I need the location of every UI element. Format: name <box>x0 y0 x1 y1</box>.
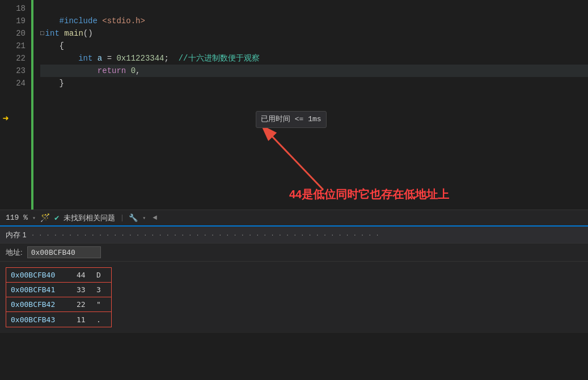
tooltip-popup: 已用时间 <= 1ms <box>256 111 327 128</box>
line-num-24: 24 <box>0 77 26 89</box>
filter-dropdown[interactable]: ▾ <box>142 215 146 221</box>
code-content: #include <stdio.h> □int main() { int a =… <box>35 0 588 210</box>
editor-area: 18 19 20 21 22 23 24 #include <stdio.h> … <box>0 0 588 210</box>
code-line-22: int a = 0x11223344; //十六进制数便于观察 <box>40 52 588 65</box>
annotation-area: 44是低位同时它也存在低地址上 <box>278 187 449 208</box>
code-line-19: #include <stdio.h> <box>40 15 588 27</box>
status-separator: | <box>120 214 124 222</box>
table-row: 0x00BCFB41 33 3 <box>6 283 111 297</box>
mem-char-1: 3 <box>94 285 111 294</box>
mem-hex-0: 44 <box>74 271 94 279</box>
no-issues-label: 未找到相关问题 <box>64 213 115 223</box>
mem-addr-3: 0x00BCFB43 <box>6 315 74 324</box>
memory-table-area: 0x00BCFB40 44 D 0x00BCFB41 33 3 0x00BCFB… <box>0 262 588 333</box>
memory-panel-header: 内存 1 · · · · · · · · · · · · · · · · · ·… <box>0 227 588 244</box>
nav-left-icon[interactable]: ◄ <box>153 214 157 222</box>
memory-address-row: 地址: <box>0 244 588 262</box>
magic-icon[interactable]: 🪄 <box>40 213 50 223</box>
code-line-24: } <box>40 77 588 89</box>
line-num-22: 22 <box>0 52 26 65</box>
mem-char-0: D <box>94 271 111 279</box>
memory-rows-container: 0x00BCFB40 44 D 0x00BCFB41 33 3 0x00BCFB… <box>6 267 112 327</box>
annotation-text: 44是低位同时它也存在低地址上 <box>289 187 449 202</box>
code-line-18 <box>40 2 588 15</box>
check-icon: ✔ <box>54 213 59 223</box>
memory-panel-dots: · · · · · · · · · · · · · · · · · · · · … <box>31 232 379 238</box>
line-num-21: 21 <box>0 40 26 52</box>
line-num-18: 18 <box>0 2 26 15</box>
table-row: 0x00BCFB42 22 " <box>6 297 111 312</box>
line-num-23: 23 <box>0 65 26 77</box>
mem-hex-1: 33 <box>74 285 94 294</box>
status-bar: 119 % ▾ 🪄 ✔ 未找到相关问题 | 🔧 ▾ ◄ <box>0 210 588 225</box>
line-num-19: 19 <box>0 15 26 27</box>
code-line-21: { <box>40 40 588 52</box>
mem-addr-2: 0x00BCFB42 <box>6 300 74 309</box>
memory-panel: 内存 1 · · · · · · · · · · · · · · · · · ·… <box>0 225 588 333</box>
memory-panel-title: 内存 1 <box>6 230 27 240</box>
mem-addr-0: 0x00BCFB40 <box>6 271 74 279</box>
zoom-dropdown[interactable]: ▾ <box>32 215 36 221</box>
code-line-23: return 0, <box>40 65 588 77</box>
tooltip-text: 已用时间 <= 1ms <box>261 115 322 123</box>
git-change-bar <box>31 0 33 210</box>
mem-addr-1: 0x00BCFB41 <box>6 285 74 294</box>
table-row: 0x00BCFB40 44 D <box>6 268 111 283</box>
mem-hex-3: 11 <box>74 315 94 324</box>
mem-hex-2: 22 <box>74 300 94 309</box>
zoom-level: 119 % <box>6 214 28 222</box>
mem-char-3: . <box>94 315 111 324</box>
debug-arrow-indicator: ➜ <box>0 112 11 125</box>
collapse-icon-20[interactable]: □ <box>40 27 44 40</box>
address-input[interactable] <box>27 246 101 258</box>
table-row: 0x00BCFB43 11 . <box>6 312 111 327</box>
filter-icon[interactable]: 🔧 <box>129 214 138 223</box>
code-line-20: □int main() <box>40 27 588 40</box>
address-label: 地址: <box>6 247 23 258</box>
line-numbers: 18 19 20 21 22 23 24 <box>0 0 31 210</box>
line-num-20: 20 <box>0 27 26 40</box>
mem-char-2: " <box>94 300 111 309</box>
